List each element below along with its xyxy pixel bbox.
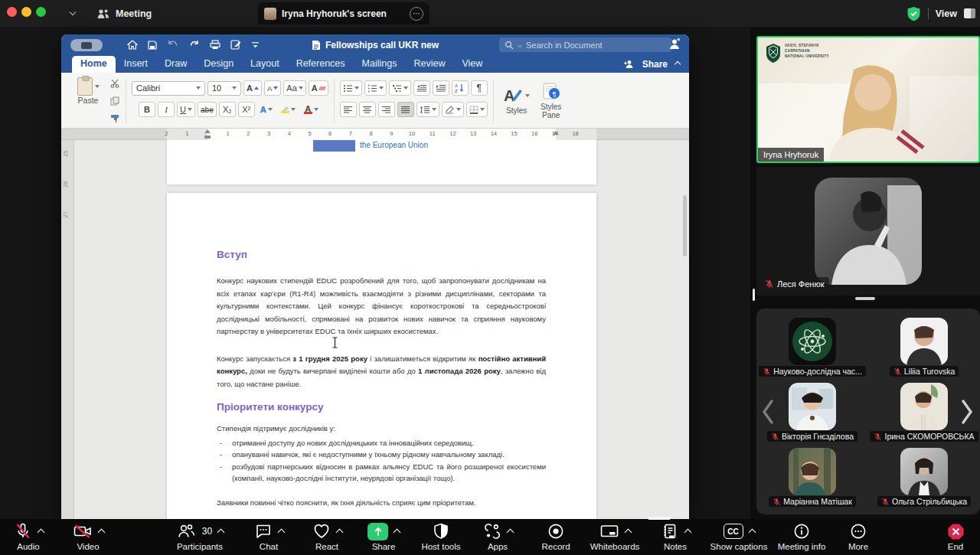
clear-formatting-button[interactable]: A [309,80,328,96]
carousel-prev-icon[interactable] [761,399,775,425]
tab-mailings[interactable]: Mailings [354,56,406,73]
save-icon[interactable] [148,41,157,50]
share-screen-button[interactable]: Share [357,521,410,551]
tab-options-icon[interactable] [410,7,423,21]
highlight-button[interactable] [278,102,299,117]
font-size-select[interactable]: 10 [207,81,241,96]
video-tile-pinned[interactable]: Леся Фенюк [756,167,980,295]
chevron-up-icon[interactable] [506,529,514,537]
chevron-up-icon[interactable] [394,529,401,537]
chevron-up-icon[interactable] [217,529,225,537]
editing-icon[interactable] [230,40,241,50]
document-page-1[interactable]: the European Union [167,140,596,184]
subscript-button[interactable]: X₂ [219,102,236,117]
font-name-select[interactable]: Calibri [132,81,205,96]
security-shield-icon[interactable] [906,6,921,21]
borders-button[interactable] [466,102,488,117]
view-layout-icon[interactable] [964,8,975,18]
tab-insert[interactable]: Insert [116,56,156,73]
carousel-next-icon[interactable] [960,399,974,425]
cut-icon[interactable] [110,79,120,88]
chevron-up-icon[interactable] [97,529,105,537]
video-tile-active-speaker[interactable]: VASYL STEFANYK CARPATHIAN NATIONAL UNIVE… [756,36,980,163]
chat-button[interactable]: Chat [238,521,299,551]
chevron-up-icon[interactable] [624,529,632,537]
bold-button[interactable]: B [139,102,155,117]
document-canvas[interactable]: 25 26 27 the European Union Вступ Конкур… [61,140,689,519]
tab-design[interactable]: Design [195,56,242,73]
zoom-window-button[interactable] [36,7,46,17]
numbered-list-button[interactable] [364,80,387,96]
tab-review[interactable]: Review [405,56,453,73]
apps-button[interactable]: Apps [471,521,524,551]
indent-marker-left[interactable] [204,129,211,139]
video-tile[interactable]: Науково-дослідна час... [756,318,868,377]
underline-button[interactable]: U [177,102,195,117]
font-color-button[interactable]: A [301,102,322,117]
minimize-window-button[interactable] [21,7,31,17]
customize-toolbar-icon[interactable] [251,41,260,49]
window-control-pill[interactable] [70,39,103,51]
chevron-up-icon[interactable] [335,529,343,537]
multilevel-list-button[interactable] [389,80,411,96]
chevron-up-icon[interactable] [748,529,756,537]
copy-icon[interactable] [110,96,119,106]
print-icon[interactable] [210,40,220,50]
video-tile[interactable]: Liliia Turovska [868,318,980,377]
align-right-button[interactable] [378,102,395,117]
tab-meeting[interactable]: Meeting [96,0,152,27]
show-formatting-marks-button[interactable]: ¶ [471,80,488,96]
superscript-button[interactable]: X² [238,102,255,117]
justify-button[interactable] [397,102,414,117]
tab-layout[interactable]: Layout [242,56,288,73]
account-icon[interactable] [668,38,681,54]
host-tools-button[interactable]: Host tools [407,521,475,551]
shrink-font-button[interactable]: A [264,80,281,96]
collapse-ribbon-icon[interactable] [675,61,681,67]
tab-draw[interactable]: Draw [156,56,195,73]
chevron-up-icon[interactable] [277,529,285,537]
document-page-2[interactable]: Вступ Конкурс наукових стипендій EDUC ро… [167,193,596,519]
share-document-button[interactable]: Share [642,59,668,70]
audio-button[interactable]: Audio [2,521,55,551]
grow-font-button[interactable]: A [243,80,262,96]
shading-button[interactable] [442,102,464,117]
tab-home[interactable]: Home [72,56,116,73]
text-effects-button[interactable]: A [257,102,276,117]
video-button[interactable]: Video [60,521,116,551]
styles-button[interactable]: A Styles [499,77,534,125]
increase-indent-button[interactable] [433,80,449,96]
tab-shared-screen[interactable]: Iryna Hryhoruk's screen [258,2,430,24]
align-left-button[interactable] [340,102,357,117]
redo-icon[interactable] [189,40,200,50]
decrease-indent-button[interactable] [413,80,430,96]
video-tile[interactable]: Маріанна Матішак [756,448,868,507]
tab-references[interactable]: References [288,56,354,73]
indent-marker-right[interactable] [553,131,559,135]
align-center-button[interactable] [359,102,376,117]
end-meeting-button[interactable]: End [929,521,980,551]
participants-button[interactable]: 30 Participants [158,521,242,551]
more-button[interactable]: More [828,521,889,551]
chevron-up-icon[interactable] [684,529,691,537]
document-scrollbar-thumb[interactable] [683,195,687,256]
chevron-up-icon[interactable] [37,529,44,537]
chevron-down-icon[interactable] [70,9,76,15]
paste-button[interactable]: Paste [69,77,107,125]
sort-button[interactable]: AZ [452,80,469,96]
line-spacing-button[interactable] [416,102,439,117]
styles-pane-button[interactable]: ¶ Styles Pane [534,77,568,125]
tab-view[interactable]: View [453,56,491,73]
search-input[interactable]: Search in Document [499,38,671,52]
change-case-button[interactable]: Aa [283,80,305,96]
view-button-label[interactable]: View [936,8,957,19]
close-window-button[interactable] [7,7,17,17]
search-scope-chevron-icon[interactable] [518,43,522,47]
panel-drag-handle[interactable] [855,297,875,300]
italic-button[interactable]: I [158,102,175,117]
video-tile[interactable]: Ольга Стрільбицька [868,448,980,507]
strikethrough-button[interactable]: abe [198,102,217,117]
home-icon[interactable] [127,40,138,50]
bullet-list-button[interactable] [340,80,362,96]
react-button[interactable]: React [300,521,354,551]
